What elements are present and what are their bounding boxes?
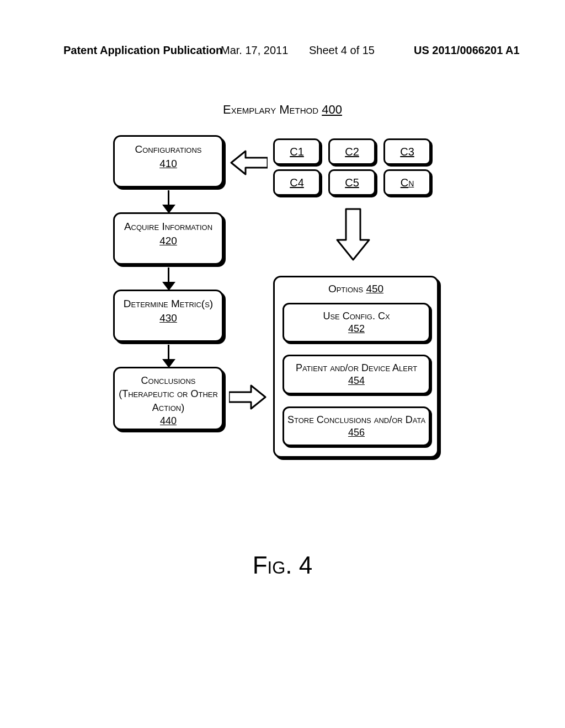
config-c4: C4 bbox=[273, 169, 321, 196]
config-cn-base: C bbox=[401, 176, 408, 189]
header-publication: Patent Application Publication bbox=[63, 44, 222, 57]
option-alert: Patient and/or Device Alert 454 bbox=[282, 355, 430, 394]
config-c5: C5 bbox=[328, 169, 376, 196]
box-conclusions: Conclusions (Therapeutic or Other Action… bbox=[113, 367, 223, 430]
options-header: Options 450 bbox=[275, 283, 437, 295]
title-text: Exemplary Method bbox=[223, 103, 322, 116]
config-c1: C1 bbox=[273, 138, 321, 165]
box-acquire-information: Acquire Information 420 bbox=[113, 212, 223, 265]
option-456-num: 456 bbox=[348, 427, 365, 438]
box-determine-metrics: Determine Metric(s) 430 bbox=[113, 290, 223, 342]
option-456-label: Store Conclusions and/or Data bbox=[287, 414, 425, 425]
arrow-configs-to-box410 bbox=[229, 149, 268, 176]
config-c3: C3 bbox=[383, 138, 431, 165]
option-use-config: Use Config. Cx 452 bbox=[282, 303, 430, 342]
option-454-num: 454 bbox=[348, 375, 365, 386]
arrow-conclusions-to-options bbox=[229, 383, 268, 411]
box-410-label: Configurations bbox=[135, 143, 201, 155]
option-452-num: 452 bbox=[348, 323, 365, 334]
box-430-num: 430 bbox=[159, 312, 177, 324]
header-date: Mar. 17, 2011 bbox=[221, 44, 288, 57]
title-num: 400 bbox=[322, 103, 342, 116]
option-store: Store Conclusions and/or Data 456 bbox=[282, 406, 430, 446]
config-group: C1 C2 C3 C4 C5 CN bbox=[273, 138, 439, 199]
config-cn-sub: N bbox=[408, 179, 414, 188]
flow-arrow-head-2 bbox=[162, 282, 175, 291]
options-head-num: 450 bbox=[366, 283, 383, 295]
flow-arrow-line-2 bbox=[168, 267, 169, 282]
option-452-label: Use Config. Cx bbox=[323, 311, 390, 322]
box-430-label: Determine Metric(s) bbox=[124, 298, 213, 309]
header-sheet: Sheet 4 of 15 bbox=[309, 44, 375, 57]
config-cn: CN bbox=[383, 169, 431, 196]
config-c2: C2 bbox=[328, 138, 376, 165]
figure-caption: Fig. 4 bbox=[0, 552, 565, 579]
box-420-num: 420 bbox=[159, 235, 177, 247]
arrow-configs-to-options bbox=[334, 207, 372, 262]
box-440-num: 440 bbox=[160, 415, 177, 426]
diagram-title: Exemplary Method 400 bbox=[0, 103, 565, 117]
options-head-label: Options bbox=[328, 283, 366, 295]
box-configurations: Configurations 410 bbox=[113, 135, 223, 188]
options-panel: Options 450 Use Config. Cx 452 Patient a… bbox=[273, 276, 439, 458]
box-420-label: Acquire Information bbox=[124, 221, 212, 232]
option-454-label: Patient and/or Device Alert bbox=[296, 362, 417, 373]
flow-arrow-head-3 bbox=[162, 359, 175, 368]
header-docnum: US 2011/0066201 A1 bbox=[414, 44, 520, 57]
flow-arrow-line-3 bbox=[168, 345, 169, 359]
diagram: Configurations 410 Acquire Information 4… bbox=[113, 135, 444, 488]
flow-arrow-head-1 bbox=[162, 205, 175, 213]
flow-arrow-line-1 bbox=[168, 190, 169, 205]
box-440-label: Conclusions (Therapeutic or Other Action… bbox=[119, 375, 218, 413]
box-410-num: 410 bbox=[159, 158, 177, 169]
